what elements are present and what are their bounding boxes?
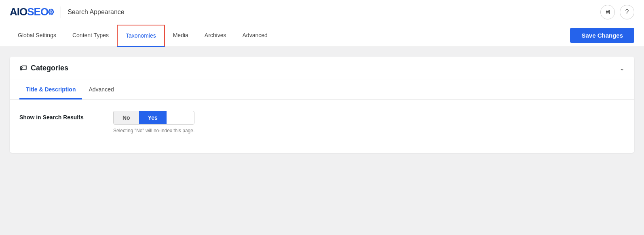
logo: AIOSEO⚙ — [10, 6, 54, 18]
toggle-yes-button[interactable]: Yes — [139, 111, 167, 124]
card-header-left: 🏷 Categories — [19, 64, 68, 72]
categories-title: Categories — [31, 64, 68, 72]
inner-tabs: Title & Description Advanced — [10, 80, 634, 100]
help-icon: ? — [625, 8, 629, 16]
tab-global-settings[interactable]: Global Settings — [10, 25, 64, 47]
header-divider — [61, 6, 61, 18]
gear-icon: ⚙ — [47, 7, 54, 17]
tab-taxonomies[interactable]: Taxonomies — [117, 25, 165, 47]
app-header: AIOSEO⚙ Search Appearance 🖥 ? — [0, 0, 644, 24]
categories-card: 🏷 Categories ⌄ Title & Description Advan… — [10, 57, 634, 153]
main-content: 🏷 Categories ⌄ Title & Description Advan… — [0, 47, 644, 171]
tab-content-types[interactable]: Content Types — [64, 25, 117, 47]
logo-aio: AIO — [10, 6, 27, 18]
toggle-no-button[interactable]: No — [114, 111, 139, 124]
nav-bar: Global Settings Content Types Taxonomies… — [0, 24, 644, 47]
show-in-search-results-row: Show in Search Results No Yes Selecting … — [19, 111, 625, 133]
monitor-button[interactable]: 🖥 — [600, 5, 615, 19]
tab-archives[interactable]: Archives — [196, 25, 234, 47]
page-title: Search Appearance — [68, 8, 125, 16]
header-left: AIOSEO⚙ Search Appearance — [10, 6, 125, 18]
save-changes-button[interactable]: Save Changes — [570, 28, 634, 43]
logo-seo-s: SE — [27, 6, 40, 18]
tag-icon: 🏷 — [19, 64, 27, 72]
card-header: 🏷 Categories ⌄ — [10, 57, 634, 80]
show-in-search-results-hint: Selecting "No" will no-index this page. — [113, 128, 194, 133]
nav-tabs: Global Settings Content Types Taxonomies… — [10, 24, 276, 47]
tab-advanced[interactable]: Advanced — [234, 25, 276, 47]
toggle-group: No Yes — [113, 111, 194, 125]
monitor-icon: 🖥 — [604, 8, 611, 16]
tab-title-description[interactable]: Title & Description — [19, 80, 82, 100]
header-right: 🖥 ? — [600, 5, 634, 19]
tab-media[interactable]: Media — [165, 25, 196, 47]
tab-inner-advanced[interactable]: Advanced — [82, 80, 120, 100]
card-body: Show in Search Results No Yes Selecting … — [10, 100, 634, 153]
show-in-search-results-control: No Yes Selecting "No" will no-index this… — [113, 111, 194, 133]
show-in-search-results-label: Show in Search Results — [19, 111, 100, 121]
help-button[interactable]: ? — [620, 5, 634, 19]
chevron-down-icon[interactable]: ⌄ — [619, 64, 625, 72]
